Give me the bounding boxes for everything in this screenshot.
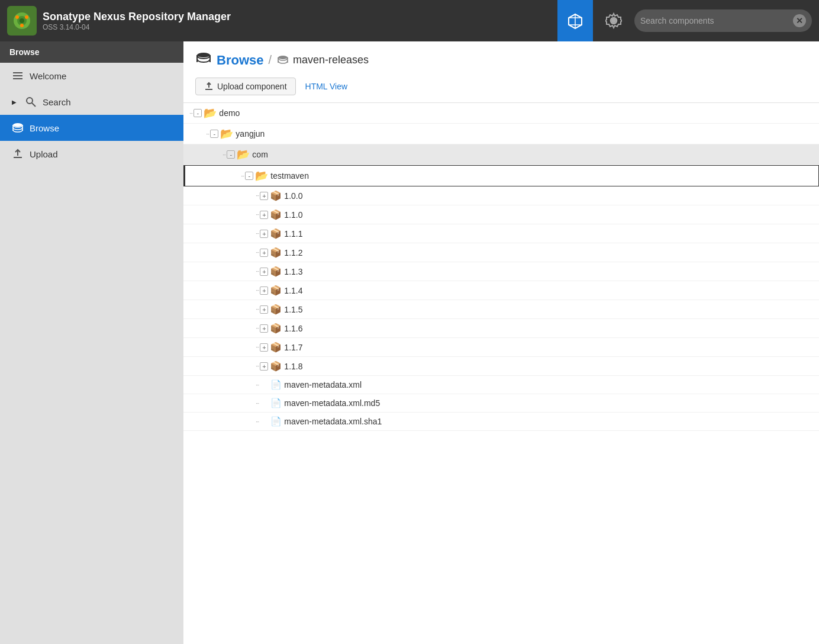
svg-rect-14 [13, 78, 22, 79]
upload-label: Upload [30, 149, 58, 159]
main-content: Browse / maven-releases [183, 41, 819, 644]
breadcrumb: Browse / maven-releases [195, 51, 807, 69]
tree-row[interactable]: ···-📂com [183, 144, 819, 165]
tree-row[interactable]: ···📄maven-metadata.xml.sha1 [183, 413, 819, 431]
tree-toggle-expand[interactable]: + [260, 286, 268, 295]
browse-nav-button[interactable] [557, 0, 593, 41]
repo-icon [276, 54, 289, 67]
tree-row[interactable]: ···📄maven-metadata.xml.md5 [183, 394, 819, 413]
browse-breadcrumb-icon [195, 51, 212, 69]
sidebar-item-search[interactable]: ▶ Search [0, 89, 183, 115]
upload-btn-icon [204, 82, 214, 91]
tree-row[interactable]: ···+📦1.1.8 [183, 357, 819, 376]
tree-toggle-collapse[interactable]: - [194, 109, 202, 117]
package-icon: 📦 [270, 323, 282, 334]
tree-connector: ··· [256, 400, 259, 407]
app-title-block: Sonatype Nexus Repository Manager OSS 3.… [43, 11, 552, 31]
tree-toggle-expand[interactable]: + [260, 268, 268, 276]
sidebar-item-browse[interactable]: Browse [0, 115, 183, 141]
tree-toggle-collapse[interactable]: - [227, 150, 235, 159]
tree-toggle-collapse[interactable]: - [210, 130, 218, 138]
tree-connector: ··· [256, 268, 259, 275]
package-icon: 📦 [270, 266, 282, 277]
sidebar-item-upload[interactable]: Upload [0, 141, 183, 167]
tree-row[interactable]: ···+📦1.1.2 [183, 243, 819, 262]
tree-row[interactable]: ···+📦1.1.6 [183, 319, 819, 338]
svg-point-5 [20, 24, 24, 27]
folder-open-icon: 📂 [237, 148, 250, 161]
svg-point-4 [25, 15, 28, 19]
folder-open-icon: 📂 [255, 169, 268, 182]
search-clear-button[interactable]: ✕ [793, 14, 806, 27]
settings-button[interactable] [599, 0, 628, 41]
svg-point-15 [27, 98, 33, 104]
tree-toggle-expand[interactable]: + [260, 362, 268, 371]
tree-row[interactable]: ···-📂demo [183, 103, 819, 124]
tree-label: demo [219, 108, 240, 118]
tree-toggle-expand[interactable]: + [260, 305, 268, 314]
tree-connector: ··· [256, 344, 259, 350]
tree-connector: ··· [256, 325, 259, 331]
tree-row[interactable]: ···+📦1.1.0 [183, 205, 819, 224]
database-icon [12, 122, 24, 134]
tree-row[interactable]: ···-📂yangjun [183, 124, 819, 144]
svg-line-16 [32, 103, 36, 107]
tree-toggle-expand[interactable]: + [260, 192, 268, 200]
package-icon: 📦 [270, 304, 282, 315]
sidebar-header: Browse [0, 41, 183, 63]
sidebar-item-welcome[interactable]: Welcome [0, 63, 183, 89]
package-icon: 📦 [270, 190, 282, 201]
app-name: Sonatype Nexus Repository Manager [43, 11, 552, 23]
folder-open-icon: 📂 [204, 107, 217, 120]
tree-label: 1.1.6 [284, 324, 302, 333]
html-view-link[interactable]: HTML View [305, 82, 348, 91]
tree-label: com [252, 150, 267, 159]
tree-toggle-expand[interactable]: + [260, 249, 268, 257]
tree-connector: ··· [256, 287, 259, 294]
search-input[interactable] [640, 16, 793, 25]
logo-icon [11, 10, 33, 31]
tree-toggle-collapse[interactable]: - [245, 172, 253, 180]
svg-point-3 [15, 15, 19, 19]
tree-label: 1.1.7 [284, 343, 302, 352]
menu-icon [12, 70, 24, 82]
tree-connector: ··· [206, 131, 209, 137]
package-icon: 📦 [270, 228, 282, 239]
tree-connector: ··· [256, 230, 259, 237]
tree-toggle-expand[interactable]: + [260, 324, 268, 333]
tree-row[interactable]: ···+📦1.1.3 [183, 262, 819, 281]
tree-toggle-expand[interactable]: + [260, 211, 268, 219]
tree-row[interactable]: ···+📦1.1.4 [183, 281, 819, 300]
tree-connector: ··· [189, 110, 192, 117]
svg-rect-13 [13, 75, 22, 76]
tree-connector: ··· [256, 192, 259, 199]
file-icon: 📄 [270, 379, 282, 390]
tree-row[interactable]: ···+📦1.1.1 [183, 224, 819, 243]
tree-connector: ··· [256, 382, 259, 388]
tree-label: yangjun [236, 129, 265, 139]
breadcrumb-browse-text[interactable]: Browse [217, 53, 263, 68]
tree-row[interactable]: ···-📂testmaven [183, 165, 819, 186]
tree-row[interactable]: ···+📦1.1.5 [183, 300, 819, 319]
tree-connector: ··· [241, 173, 244, 179]
tree-toggle-expand[interactable]: + [260, 230, 268, 238]
cube-icon [566, 12, 584, 30]
search-arrow: ▶ [12, 99, 17, 105]
svg-point-21 [197, 53, 210, 57]
tree-toggle-expand[interactable]: + [260, 343, 268, 352]
tree-label: 1.1.2 [284, 248, 302, 257]
tree-row[interactable]: ···📄maven-metadata.xml [183, 376, 819, 394]
tree-row[interactable]: ···+📦1.0.0 [183, 186, 819, 205]
search-bar[interactable]: ✕ [634, 9, 812, 32]
upload-component-button[interactable]: Upload component [195, 78, 296, 95]
tree-label: 1.1.4 [284, 286, 302, 295]
tree-label: maven-metadata.xml.sha1 [284, 417, 382, 426]
app-logo [7, 6, 37, 36]
tree-connector: ··· [256, 306, 259, 313]
tree-label: 1.1.5 [284, 305, 302, 314]
tree-connector: ··· [256, 363, 259, 369]
svg-point-24 [278, 56, 288, 59]
package-icon: 📦 [270, 285, 282, 296]
tree-row[interactable]: ···+📦1.1.7 [183, 338, 819, 357]
tree-connector: ··· [256, 249, 259, 256]
